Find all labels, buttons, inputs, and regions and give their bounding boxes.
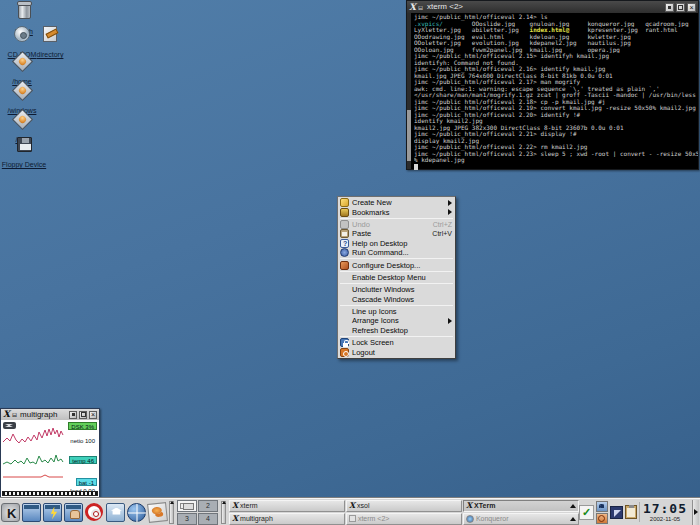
terminal-text: jimc ~/public_html/officeval 2.14> ls .x… <box>414 14 698 170</box>
xterm-titlebar[interactable]: X ⊟ xterm <2> × <box>407 1 698 13</box>
task-xterm2-minimized[interactable]: xterm <2> <box>346 513 462 525</box>
menu-item-configure-desktop[interactable]: Configure Desktop... <box>338 260 455 269</box>
hard-drive-icon <box>11 109 32 130</box>
pager-desktop-2[interactable]: 2 <box>198 500 218 512</box>
menu-item-line-up-icons[interactable]: Line up Icons <box>338 307 455 316</box>
pager-desktop-3[interactable]: 3 <box>177 513 197 525</box>
menu-item-paste[interactable]: Paste Ctrl+V <box>338 229 455 238</box>
klipper-tray-icon[interactable] <box>625 505 637 519</box>
logout-icon <box>340 348 349 357</box>
show-desktop-button[interactable] <box>63 501 84 524</box>
kmenu-button[interactable] <box>0 501 21 524</box>
panel-hide-button[interactable] <box>692 500 699 525</box>
multigraph-logo-icon <box>3 422 16 429</box>
file-manager-icon <box>22 503 41 522</box>
menu-item-enable-desktop-menu[interactable]: Enable Desktop Menu <box>338 273 455 282</box>
pager-desktop-4[interactable]: 4 <box>198 513 218 525</box>
pager-desktop-1[interactable] <box>177 500 197 512</box>
terminal-cursor-line <box>414 164 698 171</box>
hard-drive-icon <box>11 51 32 72</box>
desktop-icon-floppy[interactable]: Floppy Device <box>0 137 48 171</box>
menu-separator <box>340 271 453 272</box>
terminal-cursor <box>414 164 418 170</box>
tick-strip <box>2 491 98 496</box>
x11-logo-icon: X <box>232 514 238 523</box>
minimize-button[interactable] <box>665 3 674 12</box>
x11-logo-icon: X <box>409 3 416 12</box>
window-menu-icon[interactable]: ⊟ <box>418 4 423 11</box>
pointer-tray-icon[interactable] <box>610 506 623 519</box>
paste-icon <box>340 229 349 238</box>
task-up-arrow-icon <box>570 504 576 508</box>
x11-logo-icon: X <box>3 410 10 419</box>
close-button[interactable]: × <box>687 3 696 12</box>
scrollbar-thumb[interactable] <box>407 110 411 161</box>
kmenu-icon <box>1 503 20 522</box>
lock-screen-button[interactable] <box>596 501 608 512</box>
konqueror-button[interactable] <box>126 501 147 524</box>
konqueror-globe-icon <box>127 503 146 522</box>
show-desktop-icon <box>64 503 83 522</box>
run-command-icon <box>340 248 349 257</box>
readout-battery: bat -1 <box>76 478 97 486</box>
menu-separator <box>340 336 453 337</box>
x11-logo-icon: X <box>232 501 238 510</box>
menu-item-arrange-icons[interactable]: Arrange Icons <box>338 316 455 325</box>
task-xterm-active[interactable]: X XTerm <box>463 500 579 512</box>
cdrom-icon <box>14 26 30 42</box>
konqueror-task-icon <box>466 515 474 523</box>
panel-clock[interactable]: 17:05 2002-11-05 <box>639 502 690 522</box>
system-tray: 17:05 2002-11-05 <box>579 500 700 525</box>
x11-logo-icon: X <box>466 501 472 510</box>
logout-button[interactable] <box>596 513 608 524</box>
menu-item-help-on-desktop[interactable]: Help on Desktop <box>338 239 455 248</box>
multigraph-titlebar[interactable]: X ⊟ multigraph × <box>1 409 99 420</box>
applet-handle[interactable] <box>221 501 226 524</box>
multigraph-window: X ⊟ multigraph × DSK 3% netio 100 temp 4… <box>0 408 100 498</box>
task-up-arrow-icon <box>570 517 576 521</box>
maximize-button[interactable] <box>676 3 685 12</box>
x11-logo-icon: X <box>349 501 355 510</box>
readout-temp: temp 46 <box>69 456 97 464</box>
document-icon <box>43 26 57 42</box>
help-icon <box>340 239 349 248</box>
koffice-button[interactable] <box>147 501 168 524</box>
window-title: xterm <2> <box>425 3 663 11</box>
menu-item-lock-screen[interactable]: Lock Screen <box>338 338 455 347</box>
window-title: multigraph <box>19 411 67 419</box>
home-icon <box>106 503 125 522</box>
close-button[interactable]: × <box>89 411 97 419</box>
applet-handle[interactable] <box>169 501 174 524</box>
task-xterm[interactable]: X xterm <box>229 500 345 512</box>
floppy-icon <box>17 137 32 152</box>
multigraph-content: DSK 3% netio 100 temp 46 bat -1 load 0.0… <box>1 420 99 497</box>
lock-logout-applet <box>596 501 608 524</box>
konsole-icon <box>43 503 62 522</box>
menu-item-cascade-windows[interactable]: Cascade Windows <box>338 295 455 304</box>
task-konqueror[interactable]: Konqueror <box>463 513 579 525</box>
task-xsol[interactable]: X xsol <box>346 500 462 512</box>
menu-item-refresh-desktop[interactable]: Refresh Desktop <box>338 326 455 335</box>
menu-item-run-command[interactable]: Run Command... <box>338 248 455 257</box>
menu-separator <box>340 218 453 219</box>
window-menu-icon[interactable]: ⊟ <box>12 411 17 418</box>
terminal-scrollbar[interactable] <box>407 13 411 169</box>
lock-icon <box>340 338 349 347</box>
alarm-check-tray-icon[interactable] <box>579 505 594 520</box>
create-new-icon <box>340 198 349 207</box>
menu-item-bookmarks[interactable]: Bookmarks <box>338 207 455 216</box>
taskbar: X xterm X xsol X XTerm X multigraph xter… <box>229 500 579 525</box>
menu-separator <box>340 258 453 259</box>
menu-item-undo: Undo Ctrl+Z <box>338 220 455 229</box>
file-manager-button[interactable] <box>21 501 42 524</box>
maximize-button[interactable] <box>79 411 87 419</box>
menu-item-unclutter-windows[interactable]: Unclutter Windows <box>338 285 455 294</box>
menu-item-create-new[interactable]: Create New <box>338 198 455 207</box>
kicker-panel: 2 3 4 X xterm X xsol X XTerm X multigrap… <box>0 498 700 525</box>
minimize-button[interactable] <box>69 411 77 419</box>
menu-item-logout[interactable]: Logout <box>338 347 455 356</box>
konsole-button[interactable] <box>42 501 63 524</box>
home-button[interactable] <box>105 501 126 524</box>
task-multigraph[interactable]: X multigraph <box>229 513 345 525</box>
help-button[interactable] <box>84 501 105 524</box>
